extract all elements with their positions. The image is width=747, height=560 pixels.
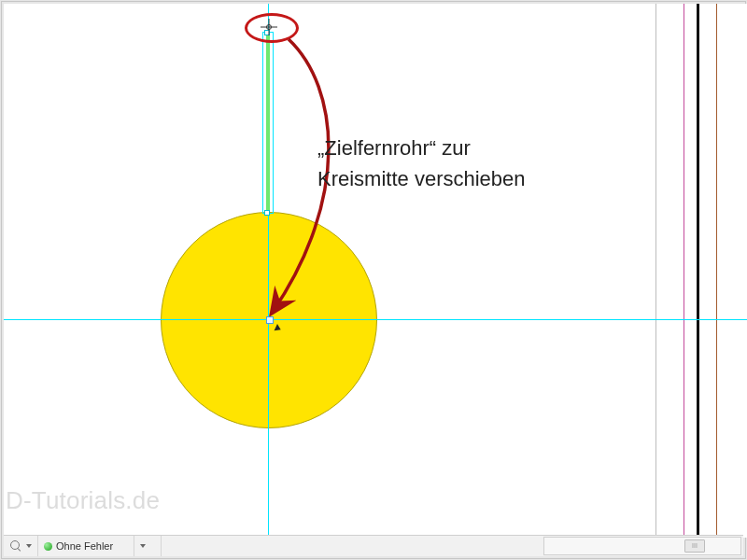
status-text: Ohne Fehler [56,540,113,552]
guide-line-brown [716,4,717,538]
status-bar: Ohne Fehler III [4,535,743,556]
watermark-text: D-Tutorials.de [6,486,160,515]
status-error-dropdown[interactable]: Ohne Fehler [38,536,134,556]
page-edge-line [655,4,656,538]
window-frame: „Zielfernrohr“ zur Kreismitte verschiebe… [1,1,746,559]
annotation-line-2: Kreismitte verschieben [317,163,526,194]
guide-line-pink [684,4,684,538]
page-border-line [697,4,699,538]
snap-target-icon [266,316,274,324]
annotation-text: „Zielfernrohr“ zur Kreismitte verschiebe… [317,133,526,194]
drawing-canvas[interactable]: „Zielfernrohr“ zur Kreismitte verschiebe… [4,4,747,538]
magnifier-icon [9,539,22,553]
chevron-down-icon [26,544,32,548]
status-ok-icon [44,542,52,551]
annotation-line-1: „Zielfernrohr“ zur [317,133,526,163]
scrollbar-thumb[interactable]: III [684,539,705,553]
status-zoom-group[interactable] [4,536,38,556]
horizontal-scrollbar[interactable]: III [543,537,741,555]
chevron-down-icon [140,544,146,548]
status-extra-dropdown[interactable] [134,536,162,556]
